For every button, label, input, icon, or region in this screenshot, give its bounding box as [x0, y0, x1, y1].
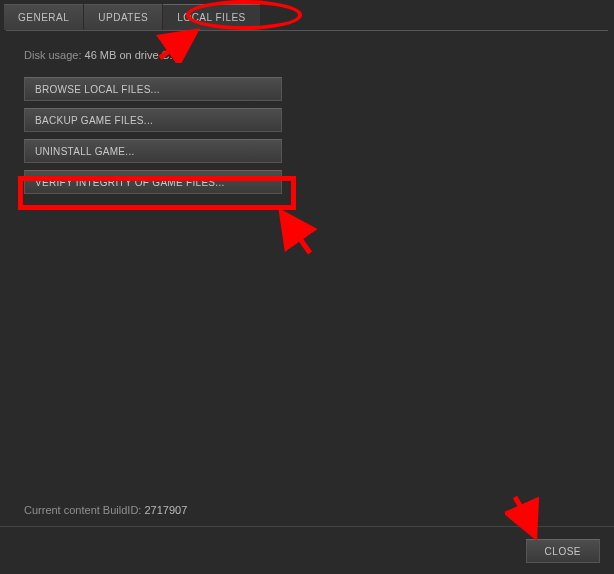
- tab-bar: GENERAL UPDATES LOCAL FILES: [0, 0, 614, 30]
- build-id-text: Current content BuildID: 2717907: [24, 504, 187, 516]
- build-id-label: Current content BuildID:: [24, 504, 141, 516]
- disk-usage-label: Disk usage:: [24, 49, 81, 61]
- tab-local-files[interactable]: LOCAL FILES: [163, 4, 260, 30]
- verify-integrity-button[interactable]: VERIFY INTEGRITY OF GAME FILES...: [24, 170, 282, 194]
- footer: CLOSE: [0, 526, 614, 574]
- content-panel: Disk usage: 46 MB on drive C: BROWSE LOC…: [0, 31, 614, 526]
- browse-local-files-button[interactable]: BROWSE LOCAL FILES...: [24, 77, 282, 101]
- close-button[interactable]: CLOSE: [526, 539, 600, 563]
- disk-usage-text: Disk usage: 46 MB on drive C:: [24, 49, 590, 61]
- disk-usage-value: 46 MB on drive C:: [85, 49, 173, 61]
- tab-general[interactable]: GENERAL: [4, 4, 83, 30]
- uninstall-game-button[interactable]: UNINSTALL GAME...: [24, 139, 282, 163]
- backup-game-files-button[interactable]: BACKUP GAME FILES...: [24, 108, 282, 132]
- button-list: BROWSE LOCAL FILES... BACKUP GAME FILES.…: [24, 77, 282, 194]
- tab-updates[interactable]: UPDATES: [84, 4, 162, 30]
- build-id-value: 2717907: [144, 504, 187, 516]
